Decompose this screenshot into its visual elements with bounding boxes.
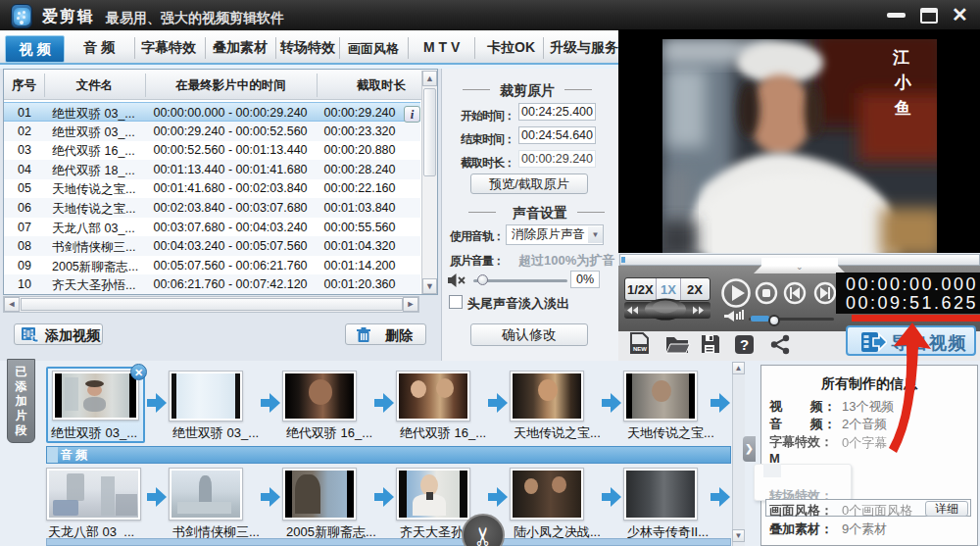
svg-text:鱼: 鱼 bbox=[894, 99, 911, 118]
svg-text:小: 小 bbox=[894, 74, 912, 92]
svg-text:江: 江 bbox=[892, 48, 909, 67]
svg-text:?: ? bbox=[740, 336, 749, 353]
svg-text:NEW: NEW bbox=[633, 346, 647, 352]
